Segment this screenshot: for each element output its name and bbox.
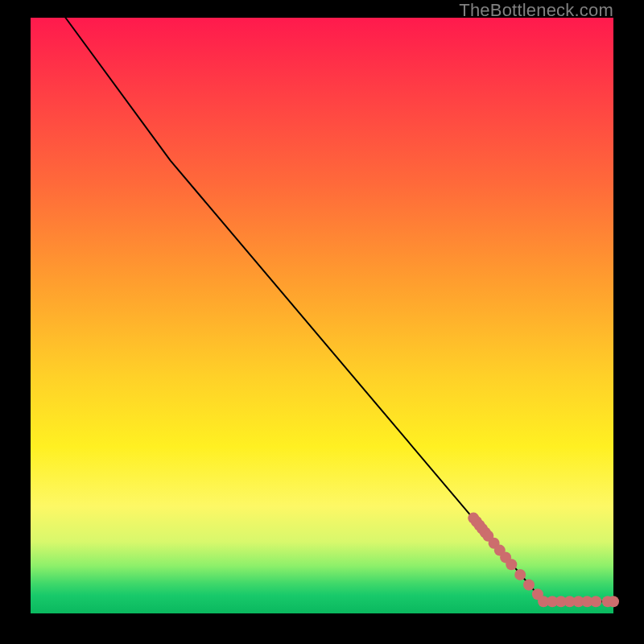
data-point — [514, 569, 526, 580]
chart-overlay — [31, 18, 613, 613]
chart-frame: TheBottleneck.com — [0, 0, 644, 644]
data-point — [608, 596, 619, 607]
data-point — [523, 580, 535, 591]
data-point — [590, 596, 601, 607]
data-point — [506, 559, 517, 570]
scatter-markers — [468, 513, 619, 608]
curve-line — [65, 18, 613, 601]
